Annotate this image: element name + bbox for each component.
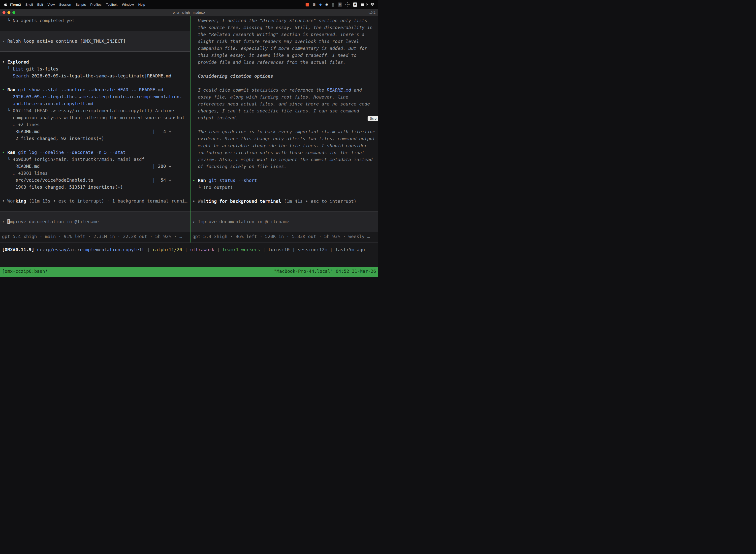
close-button[interactable] bbox=[2, 11, 5, 14]
macos-screen: iTerm2ShellEditViewSessionScriptsProfile… bbox=[0, 0, 378, 267]
text-segment: … +1901 lines bbox=[2, 170, 48, 176]
text-segment: • bbox=[2, 150, 7, 155]
text-segment: git status --short bbox=[206, 178, 257, 183]
window-shortcut-badge: ⌥⌘1 bbox=[367, 11, 378, 14]
terminal-line: evidence. Since this change only affects… bbox=[190, 135, 378, 142]
text-segment: review. Also, I might want to inspect th… bbox=[192, 157, 373, 162]
menu-item-iterm2[interactable]: iTerm2 bbox=[8, 3, 23, 6]
text-segment: team:1 workers bbox=[223, 247, 260, 252]
text-segment: • bbox=[2, 87, 7, 92]
terminal-line: review. Also, I might want to inspect th… bbox=[190, 156, 378, 163]
text-segment: companion analysis without altering the … bbox=[2, 115, 185, 120]
menu-item-shell[interactable]: Shell bbox=[23, 3, 35, 6]
traffic-lights bbox=[0, 11, 15, 14]
terminal-line: └ No agents completed yet bbox=[0, 17, 190, 24]
text-segment: | bbox=[214, 247, 223, 252]
pane-scrollback-top: └ No agents completed yet bbox=[0, 17, 190, 24]
dots-grid-icon[interactable]: ⣿ bbox=[332, 3, 334, 6]
terminal-pane-right[interactable]: However, I noticed the "Directory Struct… bbox=[190, 16, 378, 242]
terminal-line: README.md | 280 + bbox=[0, 163, 190, 170]
screen-edge-tab[interactable]: Scre bbox=[368, 116, 378, 121]
menu-item-edit[interactable]: Edit bbox=[35, 3, 45, 6]
text-segment: ultrawork bbox=[190, 247, 214, 252]
battery-percent-badge[interactable]: .61 bbox=[345, 2, 350, 6]
text-segment: mprove documentation in @filename bbox=[10, 219, 99, 224]
text-segment: › bbox=[2, 219, 7, 224]
text-segment: └ (no output) bbox=[192, 185, 233, 190]
text-segment: … +2 lines bbox=[2, 122, 40, 127]
battery-icon[interactable] bbox=[361, 3, 367, 6]
wifi-icon[interactable] bbox=[370, 3, 375, 6]
terminal-line: • Ran git status --short bbox=[190, 177, 378, 184]
menu-item-scripts[interactable]: Scripts bbox=[73, 3, 88, 6]
terminal-line bbox=[190, 191, 378, 198]
terminal-line bbox=[190, 170, 378, 177]
text-segment: king bbox=[15, 198, 26, 204]
text-segment: and bbox=[351, 88, 362, 93]
menu-item-toolbelt[interactable]: Toolbelt bbox=[104, 3, 120, 6]
terminal-line: of focusing solely on file lines. bbox=[190, 163, 378, 170]
text-segment: Explored bbox=[7, 59, 29, 64]
text-segment: src/voice/voiceModeEnabled.ts | 54 + bbox=[2, 177, 171, 183]
terminal-line: changes, I can't cite specific file line… bbox=[190, 107, 378, 114]
text-segment: session:12m bbox=[298, 247, 327, 252]
text-segment: └ No agents completed yet bbox=[2, 18, 75, 23]
text-segment: The team guideline is to back every impo… bbox=[192, 129, 375, 134]
text-segment: However, I noticed the "Directory Struct… bbox=[192, 18, 367, 23]
text-segment: git show --stat --oneline --decorate HEA… bbox=[15, 87, 163, 92]
minimize-button[interactable] bbox=[7, 11, 10, 14]
text-segment: (11m 13s • esc to interrupt) · 1 backgro… bbox=[26, 198, 188, 204]
terminal-line: 1903 files changed, 513517 insertions(+) bbox=[0, 184, 190, 190]
text-segment: 1903 files changed, 513517 insertions(+) bbox=[2, 184, 123, 189]
prompt-input-left[interactable]: › Improve documentation in @filename bbox=[0, 211, 190, 232]
text-segment: I could cite commit statistics or refere… bbox=[192, 88, 327, 93]
apple-menu-icon[interactable] bbox=[3, 2, 7, 7]
menu-item-help[interactable]: Help bbox=[136, 3, 147, 6]
terminal-line: 2 files changed, 92 insertions(+) bbox=[0, 135, 190, 142]
menu-item-window[interactable]: Window bbox=[120, 3, 136, 6]
text-segment: the source tree, missing the essay. Stil… bbox=[192, 25, 373, 30]
prompt-input-right[interactable]: › Improve documentation in @filename bbox=[190, 211, 378, 232]
text-segment: Ralph loop active continue [OMX_TMUX_INJ… bbox=[7, 39, 126, 44]
text-segment: Considering citation options bbox=[192, 73, 273, 79]
text-segment: 2 files changed, 92 insertions(+) bbox=[2, 136, 104, 141]
text-segment: provide file and line references from th… bbox=[192, 60, 346, 65]
terminal-line: the source tree, missing the essay. Stil… bbox=[190, 24, 378, 31]
window-grid-icon[interactable]: ⊞ bbox=[313, 3, 316, 6]
terminal-line: might be acceptable alongside the file l… bbox=[190, 142, 378, 149]
text-segment: Wai bbox=[198, 199, 206, 204]
text-segment: • bbox=[2, 59, 7, 64]
terminal-line: output instead. bbox=[190, 114, 378, 121]
text-segment: | bbox=[327, 247, 335, 252]
menu-item-view[interactable]: View bbox=[45, 3, 57, 6]
text-segment: • bbox=[192, 178, 198, 183]
text-segment: evidence. Since this change only affects… bbox=[192, 136, 375, 141]
circle-app-icon[interactable]: ◉ bbox=[325, 3, 328, 6]
terminal-line: └ (no output) bbox=[190, 184, 378, 191]
raycast-icon[interactable]: ◆ bbox=[319, 3, 322, 6]
glyph-icons: ⊞◆◉⣿8.61A bbox=[313, 2, 357, 7]
terminal-line: • Ran git show --stat --oneline --decora… bbox=[0, 87, 190, 93]
terminal-line bbox=[0, 142, 190, 149]
menu-item-session[interactable]: Session bbox=[57, 3, 73, 6]
terminal-line: provide file and line references from th… bbox=[190, 59, 378, 66]
tmux-session-label: [omx-cczip0:bash* bbox=[2, 268, 48, 275]
terminal-pane-left[interactable]: └ No agents completed yet › Ralph loop a… bbox=[0, 16, 190, 242]
text-segment: README.md | 4 + bbox=[2, 129, 171, 134]
input-source-icon[interactable]: A bbox=[353, 2, 357, 7]
key-8-icon[interactable]: 8 bbox=[338, 2, 342, 7]
text-segment: | bbox=[182, 247, 190, 252]
text-segment: this single essay, it seems like a good … bbox=[192, 53, 357, 58]
menu-status-icons: ⊞◆◉⣿8.61A bbox=[306, 2, 375, 7]
text-segment: README.md | 280 + bbox=[2, 164, 171, 169]
terminal-line: The team guideline is to back every impo… bbox=[190, 128, 378, 135]
terminal-line: slight risk that future readers may over… bbox=[190, 38, 378, 45]
terminal-line: … +2 lines bbox=[0, 121, 190, 128]
menu-item-profiles[interactable]: Profiles bbox=[88, 3, 104, 6]
screen-recording-indicator-icon[interactable] bbox=[306, 3, 309, 6]
text-segment: └ 4b9d30f (origin/main, instructkr/main,… bbox=[2, 157, 144, 162]
terminal-line bbox=[0, 79, 190, 87]
text-segment: Improve documentation in @filename bbox=[198, 219, 289, 224]
window-title-bar: omx --xhigh --madmax ⌥⌘1 bbox=[0, 9, 378, 16]
zoom-button[interactable] bbox=[12, 11, 15, 14]
